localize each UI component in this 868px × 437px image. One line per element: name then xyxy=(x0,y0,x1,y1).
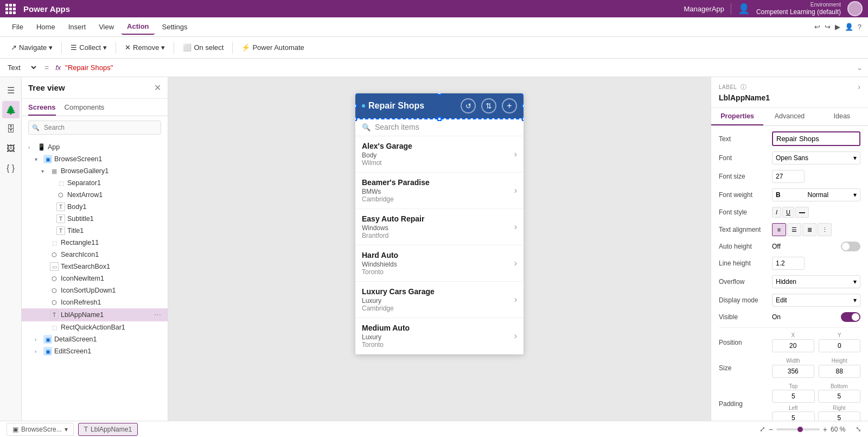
fontsize-input[interactable] xyxy=(772,170,805,183)
rail-tree-icon[interactable]: 🌲 xyxy=(2,101,20,118)
size-w-input[interactable] xyxy=(772,365,814,378)
phone-header[interactable]: Repair Shops ↺ ⇅ + xyxy=(355,93,524,118)
refresh-icon[interactable]: ↺ xyxy=(461,98,476,113)
fit-icon[interactable]: ⤢ xyxy=(760,425,765,433)
tree-item-rectquickactionbar1[interactable]: ⬚ RectQuickActionBar1 xyxy=(22,321,168,333)
tree-item-rect11[interactable]: ⬚ Rectangle11 xyxy=(22,237,168,249)
rp-content: Text Font Open Sans ▾ Font size xyxy=(711,126,868,421)
list-item-4[interactable]: Luxury Cars Garage Luxury Cambridge › xyxy=(355,282,524,318)
menu-settings[interactable]: Settings xyxy=(157,20,193,34)
size-h-input[interactable] xyxy=(819,365,861,378)
navigate-btn[interactable]: ↗ Navigate ▾ xyxy=(7,41,57,54)
pad-top-input[interactable] xyxy=(772,390,815,403)
user-icon[interactable]: 👤 xyxy=(845,23,853,31)
tree-item-iconrefresh1[interactable]: ⬡ IconRefresh1 xyxy=(22,296,168,308)
pad-left-input[interactable] xyxy=(772,411,815,421)
fontweight-select[interactable]: B Normal ▾ xyxy=(772,188,860,201)
list-item-1[interactable]: Beamer's Paradise BMWs Cambridge › xyxy=(355,173,524,209)
rp-collapse-icon[interactable]: › xyxy=(858,83,860,91)
tree-item-detailscreen1[interactable]: › ▣ DetailScreen1 xyxy=(22,333,168,345)
sidebar-search-input[interactable] xyxy=(28,121,161,135)
rail-menu-icon[interactable]: ☰ xyxy=(2,81,20,99)
tree-item-lblappname1[interactable]: T LblAppName1 ··· xyxy=(22,308,168,321)
waffle-icon[interactable] xyxy=(5,4,16,14)
tree-item-browsescreen1[interactable]: ▾ ▣ BrowseScreen1 xyxy=(22,153,168,165)
zoom-slider[interactable] xyxy=(776,428,820,430)
zoom-out-btn[interactable]: − xyxy=(769,425,773,434)
sidebar-close[interactable]: ✕ xyxy=(154,83,161,93)
text-input-field[interactable] xyxy=(772,131,860,146)
pos-x-input[interactable] xyxy=(772,339,814,352)
tab-components[interactable]: Components xyxy=(65,103,105,116)
menu-file[interactable]: File xyxy=(7,20,29,34)
tree-item-separator1[interactable]: ⬚ Separator1 xyxy=(22,177,168,189)
onselect-btn[interactable]: ⬜ On select xyxy=(178,41,228,54)
font-select[interactable]: Open Sans ▾ xyxy=(772,151,860,164)
menu-home[interactable]: Home xyxy=(31,20,61,34)
tree-item-searchicon1[interactable]: ⬡ SearchIcon1 xyxy=(22,249,168,261)
autoheight-toggle[interactable] xyxy=(841,242,860,251)
tree-ellipsis[interactable]: ··· xyxy=(154,310,161,320)
rp-tab-ideas[interactable]: Ideas xyxy=(816,108,868,125)
browsescreen-chevron[interactable]: ▾ xyxy=(65,426,68,433)
tree-item-title1[interactable]: T Title1 xyxy=(22,225,168,237)
lineheight-input[interactable] xyxy=(772,257,805,270)
menu-insert[interactable]: Insert xyxy=(63,20,92,34)
profile-icon[interactable]: 👤 xyxy=(738,3,750,15)
pad-bottom-input[interactable] xyxy=(818,390,861,403)
rp-tab-advanced[interactable]: Advanced xyxy=(763,108,815,125)
formula-fx[interactable]: fx xyxy=(55,64,61,72)
property-select[interactable]: Text xyxy=(5,63,38,72)
avatar[interactable] xyxy=(847,1,863,16)
rp-tab-properties[interactable]: Properties xyxy=(711,108,763,125)
pad-right-input[interactable] xyxy=(818,411,861,421)
visible-toggle[interactable] xyxy=(841,312,860,322)
rail-data-icon[interactable]: 🗄 xyxy=(2,121,20,138)
align-right-btn[interactable]: ≣ xyxy=(802,223,816,236)
tree-item-nextarrow1[interactable]: ⬡ NextArrow1 xyxy=(22,189,168,201)
tree-item-app[interactable]: › 📱 App xyxy=(22,141,168,153)
tree-item-iconsortupddown1[interactable]: ⬡ IconSortUpDown1 xyxy=(22,284,168,296)
rail-code-icon[interactable]: { } xyxy=(2,160,20,177)
underline-btn[interactable]: U xyxy=(782,207,794,218)
help-icon[interactable]: ? xyxy=(858,23,861,31)
tree-item-subtitle1[interactable]: T Subtitle1 xyxy=(22,213,168,225)
phone-search-bar[interactable]: 🔍 Search items xyxy=(355,118,524,136)
pos-y-input[interactable] xyxy=(819,339,861,352)
list-item-3[interactable]: Hard Auto Windshields Toronto › xyxy=(355,245,524,282)
formula-input[interactable] xyxy=(65,64,852,72)
align-justify-btn[interactable]: ⋮ xyxy=(818,223,832,236)
list-item-0[interactable]: Alex's Garage Body Wilmot › xyxy=(355,136,524,173)
italic-btn[interactable]: I xyxy=(772,207,781,218)
play-icon[interactable]: ▶ xyxy=(835,23,840,31)
tab-lblappname1[interactable]: T LblAppName1 xyxy=(78,423,138,436)
menu-view[interactable]: View xyxy=(93,20,119,34)
add-icon[interactable]: + xyxy=(502,98,517,113)
overflow-select[interactable]: Hidden ▾ xyxy=(772,275,860,288)
expand-icon[interactable]: ⤡ xyxy=(856,425,861,433)
strikethrough-btn[interactable]: — xyxy=(795,207,809,218)
tab-browsescreen[interactable]: ▣ BrowseScre... ▾ xyxy=(7,423,74,436)
undo-icon[interactable]: ↩ xyxy=(814,23,820,31)
tree-item-iconnewitem1[interactable]: ⬡ IconNewItem1 xyxy=(22,273,168,284)
sort-icon[interactable]: ⇅ xyxy=(481,98,496,113)
tree-item-browsegallery1[interactable]: ▾ ▦ BrowseGallery1 xyxy=(22,165,168,177)
displaymode-select[interactable]: Edit ▾ xyxy=(772,294,860,307)
powerautomate-btn[interactable]: ⚡ Power Automate xyxy=(237,41,308,54)
tree-item-editscreen1[interactable]: › ▣ EditScreen1 xyxy=(22,345,168,357)
collect-btn[interactable]: ☰ Collect ▾ xyxy=(66,41,111,54)
tree-item-textsearchbox1[interactable]: ▭ TextSearchBox1 xyxy=(22,261,168,273)
remove-btn[interactable]: ✕ Remove ▾ xyxy=(120,41,169,54)
align-center-btn[interactable]: ☰ xyxy=(787,223,801,236)
menu-action[interactable]: Action xyxy=(122,19,154,35)
list-item-5[interactable]: Medium Auto Luxury Toronto › xyxy=(355,318,524,354)
zoom-in-btn[interactable]: + xyxy=(823,425,827,434)
rp-info-icon[interactable]: ⓘ xyxy=(741,83,746,91)
redo-icon[interactable]: ↪ xyxy=(825,23,831,31)
tree-item-body1[interactable]: T Body1 xyxy=(22,201,168,213)
formula-chevron[interactable]: ⌄ xyxy=(857,64,863,72)
align-left-btn[interactable]: ≡ xyxy=(772,223,786,236)
rail-media-icon[interactable]: 🖼 xyxy=(2,140,20,157)
list-item-2[interactable]: Easy Auto Repair Windows Brantford › xyxy=(355,209,524,245)
tab-screens[interactable]: Screens xyxy=(28,103,56,116)
